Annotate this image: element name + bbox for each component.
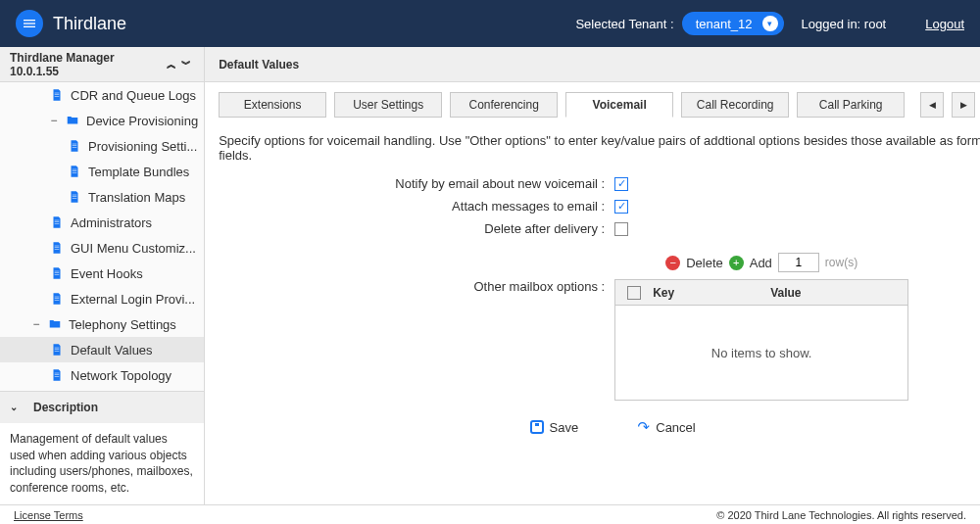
tree-toggle-icon[interactable]: − xyxy=(49,114,59,127)
panel-title: Default Values xyxy=(219,58,299,71)
kv-value-header: Value xyxy=(766,286,907,300)
page-icon xyxy=(49,291,65,307)
tab-next-button[interactable]: ▶ xyxy=(952,92,975,118)
cancel-label: Cancel xyxy=(656,420,695,435)
kv-table: Key Value No items to show. xyxy=(614,279,908,401)
sidebar-item-label: Provisioning Setti... xyxy=(88,139,197,154)
sidebar-item[interactable]: Translation Maps xyxy=(0,184,204,210)
page-icon xyxy=(49,240,65,256)
sidebar-item[interactable]: Network Topology xyxy=(0,362,204,388)
sidebar-item-label: Default Values xyxy=(71,343,153,357)
logo-icon xyxy=(22,16,37,31)
delete-checkbox[interactable] xyxy=(614,222,628,236)
description-body: Management of default values used when a… xyxy=(0,423,204,504)
notify-checkbox[interactable] xyxy=(614,177,628,191)
tab[interactable]: Call Recording xyxy=(681,92,789,118)
tabs-row: ExtensionsUser SettingsConferencingVoice… xyxy=(205,82,980,118)
page-icon xyxy=(67,164,82,179)
page-icon xyxy=(49,87,65,103)
kv-key-header: Key xyxy=(649,286,766,300)
sidebar-title: Thirdlane Manager 10.0.1.55 xyxy=(10,51,164,78)
sidebar-item[interactable]: Template Bundles xyxy=(0,159,204,184)
notify-label: Notify by email about new voicemail : xyxy=(219,176,611,191)
sidebar-item[interactable]: GUI Menu Customiz... xyxy=(0,235,204,261)
copyright-text: © 2020 Third Lane Technologies. All righ… xyxy=(716,509,966,521)
tab[interactable]: Voicemail xyxy=(565,92,673,118)
sidebar-item[interactable]: CDR and Queue Logs xyxy=(0,82,204,108)
sidebar-item-label: External Login Provi... xyxy=(71,292,195,307)
brand-name: Thirdlane xyxy=(53,14,126,34)
license-link[interactable]: License Terms xyxy=(14,509,83,521)
page-icon xyxy=(49,342,65,357)
form-buttons: Save ↶ Cancel xyxy=(219,401,980,446)
sidebar-item[interactable]: Default Values xyxy=(0,337,204,362)
delete-row-button[interactable]: − xyxy=(665,256,680,270)
panel-body: Specify options for voicemail handling. … xyxy=(205,118,980,504)
folder-icon xyxy=(47,316,63,332)
page-icon xyxy=(49,265,65,281)
tree-toggle-icon[interactable]: − xyxy=(31,317,41,331)
select-all-checkbox[interactable] xyxy=(627,286,641,300)
nav-tree: CDR and Queue Logs−Device ProvisioningPr… xyxy=(0,82,204,391)
sidebar-item-label: Network Topology xyxy=(71,368,172,383)
kv-action-bar: − Delete + Add row(s) xyxy=(614,250,908,275)
sidebar-item[interactable]: −Device Provisioning xyxy=(0,108,204,133)
chevron-down-icon: ▾ xyxy=(762,16,778,31)
expand-down-icon[interactable]: ︾ xyxy=(179,58,195,71)
sidebar-header: Thirdlane Manager 10.0.1.55 ︽ ︾ xyxy=(0,47,204,82)
tenant-value: tenant_12 xyxy=(696,17,753,31)
page-icon xyxy=(49,367,65,383)
tab-prev-button[interactable]: ◀ xyxy=(920,92,944,118)
tenant-label: Selected Tenant : xyxy=(575,17,673,31)
rows-input[interactable] xyxy=(778,253,819,272)
sidebar-item-label: Telephony Settings xyxy=(69,317,176,332)
panel-hint: Specify options for voicemail handling. … xyxy=(219,133,980,163)
description-title: Description xyxy=(33,401,98,414)
topbar: Thirdlane Selected Tenant : tenant_12 ▾ … xyxy=(0,0,980,47)
sidebar-item[interactable]: Provisioning Setti... xyxy=(0,133,204,159)
add-label: Add xyxy=(750,256,772,270)
delete-label: Delete after delivery : xyxy=(219,221,611,236)
tab[interactable]: Call Parking xyxy=(797,92,905,118)
delete-label: Delete xyxy=(686,256,723,270)
panel-header: Default Values ⟳ xyxy=(205,47,980,82)
sidebar-item-label: Translation Maps xyxy=(88,190,185,205)
tab[interactable]: User Settings xyxy=(334,92,442,118)
sidebar-item-label: Event Hooks xyxy=(71,266,143,281)
tab[interactable]: Extensions xyxy=(219,92,326,118)
save-label: Save xyxy=(550,420,579,435)
page-icon xyxy=(49,214,65,230)
logged-in-text: Logged in: root xyxy=(802,17,887,31)
sidebar-item-label: Template Bundles xyxy=(88,165,189,179)
sidebar-item[interactable]: Administrators xyxy=(0,210,204,235)
save-button[interactable]: Save xyxy=(530,420,579,435)
logout-link[interactable]: Logout xyxy=(925,17,964,31)
sidebar-item-label: Device Provisioning xyxy=(86,114,198,128)
sidebar-item[interactable]: −Telephony Settings xyxy=(0,311,204,337)
tenant-selector[interactable]: tenant_12 ▾ xyxy=(682,12,784,35)
undo-icon: ↶ xyxy=(637,418,650,436)
description-panel: ⌄ Description Management of default valu… xyxy=(0,391,204,504)
page-icon xyxy=(67,189,82,205)
sidebar-item-label: CDR and Queue Logs xyxy=(71,88,196,103)
sidebar-item[interactable]: External Login Provi... xyxy=(0,286,204,311)
kv-table-header: Key Value xyxy=(615,280,907,306)
attach-label: Attach messages to email : xyxy=(219,199,611,214)
chevron-down-icon: ⌄ xyxy=(10,402,18,412)
main-panel: Default Values ⟳ ExtensionsUser Settings… xyxy=(205,47,980,504)
folder-icon xyxy=(65,113,80,128)
tab[interactable]: Conferencing xyxy=(450,92,558,118)
description-header[interactable]: ⌄ Description xyxy=(0,392,204,423)
page-icon xyxy=(67,138,82,154)
attach-checkbox[interactable] xyxy=(614,200,628,214)
add-row-button[interactable]: + xyxy=(729,256,744,270)
sidebar-item-label: Administrators xyxy=(71,215,152,230)
other-mailbox-label: Other mailbox options : xyxy=(219,250,611,294)
save-icon xyxy=(530,420,544,434)
brand-logo xyxy=(16,10,43,37)
collapse-up-icon[interactable]: ︽ xyxy=(164,58,179,71)
cancel-button[interactable]: ↶ Cancel xyxy=(637,418,695,436)
sidebar-item[interactable]: Event Hooks xyxy=(0,261,204,286)
sidebar: Thirdlane Manager 10.0.1.55 ︽ ︾ CDR and … xyxy=(0,47,205,504)
sidebar-item-label: GUI Menu Customiz... xyxy=(71,241,196,256)
